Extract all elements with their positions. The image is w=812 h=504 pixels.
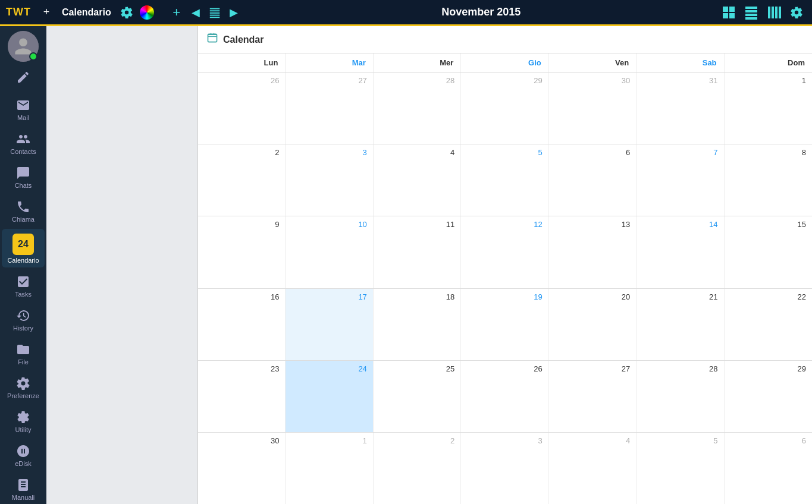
calendar-cell[interactable]: 13 (549, 216, 637, 288)
svg-rect-10 (745, 10, 757, 12)
calendar-badge: 24 (12, 234, 34, 255)
sidebar-item-contacts[interactable]: Contacts (2, 127, 45, 159)
calendar-cell[interactable]: 15 (725, 216, 812, 288)
calendar-cell[interactable]: 21 (637, 289, 724, 360)
calendar-cell[interactable]: 27 (549, 361, 637, 432)
svg-rect-14 (772, 7, 774, 18)
calendar-cell[interactable]: 28 (637, 361, 724, 432)
avatar[interactable] (8, 31, 39, 62)
day-name-mar: Mar (286, 53, 373, 72)
calendar-cell[interactable]: 5 (461, 144, 548, 216)
svg-rect-6 (729, 7, 735, 12)
calendar-cell[interactable]: 8 (725, 144, 812, 216)
calendar-week-1: 26 27 28 29 30 31 1 (198, 73, 812, 144)
day-name-gio: Gio (461, 53, 548, 72)
calendar-cell[interactable]: 29 (461, 73, 548, 144)
calendar-cell[interactable]: 29 (725, 361, 812, 432)
sidebar-item-tasks[interactable]: Tasks (2, 270, 45, 301)
calendar-cell[interactable]: 22 (725, 289, 812, 360)
sidebar-item-chiama-label: Chiama (12, 216, 35, 223)
calendar-cell[interactable]: 20 (549, 289, 637, 360)
calendar-cell[interactable]: 2 (198, 144, 286, 216)
day-name-lun: Lun (198, 53, 286, 72)
calendar-cell[interactable]: 18 (374, 289, 461, 360)
calendar-cell[interactable]: 1 (286, 433, 373, 504)
calendar-header-title: Calendar (223, 34, 264, 45)
calendar-cell[interactable]: 31 (637, 73, 724, 144)
calendar-cell[interactable]: 6 (725, 433, 812, 504)
calendar-cell[interactable]: 2 (374, 433, 461, 504)
next-button[interactable]: ▶ (225, 4, 242, 21)
sidebar-item-utility[interactable]: Utility (2, 405, 45, 437)
svg-rect-16 (779, 7, 781, 18)
sidebar-item-history[interactable]: History (2, 304, 45, 335)
sidebar-item-chiama[interactable]: Chiama (2, 195, 45, 226)
calendar-cell[interactable]: 28 (374, 73, 461, 144)
sidebar-item-file[interactable]: File (2, 338, 45, 369)
calendar-cell[interactable]: 23 (198, 361, 286, 432)
calendar-cell[interactable]: 10 (286, 216, 373, 288)
sidebar-item-mail-label: Mail (17, 114, 29, 121)
calendar-cell[interactable]: 30 (549, 73, 637, 144)
calendar-cell[interactable]: 25 (374, 361, 461, 432)
svg-rect-21 (211, 33, 212, 35)
calendar-cell[interactable]: 3 (461, 433, 548, 504)
calendar-cell[interactable]: 27 (286, 73, 373, 144)
calendar-cell[interactable]: 16 (198, 289, 286, 360)
svg-rect-22 (214, 33, 215, 35)
color-picker[interactable] (140, 5, 154, 20)
sidebar-item-history-label: History (13, 325, 33, 332)
svg-rect-15 (775, 7, 777, 18)
add-button[interactable]: + (38, 4, 55, 21)
sidebar-item-calendario[interactable]: 24 Calendario (2, 229, 45, 267)
calendar-cell[interactable]: 3 (286, 144, 373, 216)
topbar-settings-icon[interactable] (787, 3, 806, 22)
sidebar-item-edisk[interactable]: eDisk (2, 439, 45, 471)
nav-month-title: November 2015 (243, 6, 719, 18)
calendar-week-4: 16 17 18 19 20 21 22 (198, 289, 812, 361)
new-event-button[interactable]: + (168, 4, 185, 21)
sidebar-item-chats-label: Chats (15, 182, 32, 189)
calendar-cell[interactable]: 26 (461, 361, 548, 432)
sidebar-item-mail[interactable]: Mail (2, 93, 45, 125)
sidebar-item-contacts-label: Contacts (10, 148, 36, 155)
calendar-cell[interactable]: 19 (461, 289, 548, 360)
calendar-cell-today[interactable]: 24 (286, 361, 373, 432)
sidebar-item-preferenze[interactable]: Preferenze (2, 371, 45, 403)
online-indicator (29, 52, 37, 61)
svg-rect-8 (729, 13, 735, 18)
calendar-cell[interactable]: 4 (549, 433, 637, 504)
svg-rect-13 (768, 7, 770, 18)
calendar-cell[interactable]: 30 (198, 433, 286, 504)
sidebar-item-manuali[interactable]: Manuali (2, 473, 45, 504)
list-view-button[interactable] (764, 3, 783, 22)
grid-view-button[interactable] (719, 3, 738, 22)
calendar-cell[interactable]: 4 (374, 144, 461, 216)
calendar-cell[interactable]: 14 (637, 216, 724, 288)
calendar-cell[interactable]: 26 (198, 73, 286, 144)
brand-label: TWT (6, 6, 31, 18)
calendar-cell[interactable]: 12 (461, 216, 548, 288)
prev-button[interactable]: ◀ (187, 4, 204, 21)
sidebar-item-manuali-label: Manuali (12, 494, 35, 501)
calendar-week-3: 9 10 11 12 13 14 15 (198, 216, 812, 288)
calendar-cell[interactable]: 5 (637, 433, 724, 504)
sidebar-item-preferenze-label: Preferenze (7, 392, 39, 399)
day-name-dom: Dom (725, 53, 812, 72)
calendar-cell[interactable]: 6 (549, 144, 637, 216)
calendar-cell[interactable]: 11 (374, 216, 461, 288)
calendar-cell[interactable]: 9 (198, 216, 286, 288)
calendar-header: Calendar (198, 26, 812, 53)
month-view-icon[interactable] (206, 4, 223, 21)
week-view-button[interactable] (742, 3, 761, 22)
sidebar-item-status[interactable] (2, 65, 45, 90)
calendar-cell[interactable]: 17 (286, 289, 373, 360)
calendar-cell[interactable]: 1 (725, 73, 812, 144)
svg-rect-12 (745, 17, 757, 20)
settings-icon[interactable] (118, 4, 135, 21)
calendar-grid: Lun Mar Mer Gio Ven Sab Dom 26 27 28 29 … (198, 53, 812, 504)
sidebar-item-calendario-label: Calendario (7, 257, 39, 264)
calendar-days-header: Lun Mar Mer Gio Ven Sab Dom (198, 53, 812, 73)
calendar-cell[interactable]: 7 (637, 144, 724, 216)
sidebar-item-chats[interactable]: Chats (2, 161, 45, 193)
